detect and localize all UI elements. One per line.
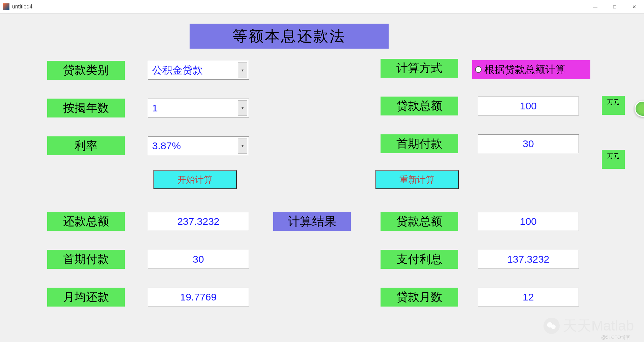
radio-calc-method[interactable]: 根据贷款总额计算 (472, 60, 590, 79)
select-loan-type[interactable]: 公积金贷款 ▾ (148, 61, 249, 80)
select-mortgage-years[interactable]: 1 ▾ (148, 99, 249, 117)
label-loan-total-result: 贷款总额 (381, 212, 458, 231)
window-title: untitled4 (12, 4, 33, 10)
unit-wan-1: 万元 (602, 96, 625, 115)
unit-wan-2: 万元 (602, 150, 625, 169)
label-first-payment-result: 首期付款 (47, 250, 125, 269)
value-repay-total: 237.3232 (148, 212, 249, 231)
label-calc-method: 计算方式 (381, 59, 458, 78)
value-first-payment-result: 30 (148, 250, 249, 269)
page-title: 等额本息还款法 (190, 24, 389, 49)
results-header: 计算结果 (273, 212, 351, 231)
label-mortgage-years: 按揭年数 (47, 99, 125, 117)
titlebar: untitled4 — □ ✕ (0, 0, 644, 14)
chevron-down-icon: ▾ (238, 138, 247, 154)
radio-calc-method-label: 根据贷款总额计算 (484, 63, 565, 77)
figure-canvas: 等额本息还款法 贷款类别 公积金贷款 ▾ 计算方式 根据贷款总额计算 按揭年数 … (0, 14, 644, 342)
select-rate[interactable]: 3.87% ▾ (148, 136, 249, 155)
select-mortgage-years-value: 1 (152, 102, 158, 114)
radio-icon (475, 66, 482, 73)
input-loan-total[interactable]: 100 (478, 97, 579, 115)
maximize-button[interactable]: □ (605, 0, 624, 14)
select-loan-type-value: 公积金贷款 (152, 63, 203, 77)
label-first-payment: 首期付款 (381, 134, 458, 153)
chevron-down-icon: ▾ (238, 100, 247, 116)
label-monthly-avg: 月均还款 (47, 288, 125, 307)
svg-point-1 (551, 324, 556, 329)
start-button[interactable]: 开始计算 (153, 170, 237, 189)
value-loan-total-result: 100 (478, 212, 579, 231)
input-first-payment-value: 30 (523, 138, 534, 150)
side-badge-icon (635, 101, 644, 117)
label-rate: 利率 (47, 136, 125, 155)
small-watermark: @51CTO博客 (601, 335, 631, 341)
input-loan-total-value: 100 (520, 100, 537, 112)
watermark: 天天Matlab (543, 316, 634, 335)
input-first-payment[interactable]: 30 (478, 134, 579, 153)
label-months: 贷款月数 (381, 288, 458, 307)
label-loan-type: 贷款类别 (47, 61, 125, 80)
wechat-icon (543, 318, 560, 334)
reset-button[interactable]: 重新计算 (375, 170, 459, 189)
close-button[interactable]: ✕ (624, 0, 644, 14)
matlab-icon (3, 3, 9, 10)
label-loan-total: 贷款总额 (381, 97, 458, 115)
label-interest: 支付利息 (381, 250, 458, 269)
label-repay-total: 还款总额 (47, 212, 125, 231)
watermark-text: 天天Matlab (563, 316, 634, 335)
value-months: 12 (478, 288, 579, 307)
chevron-down-icon: ▾ (238, 62, 247, 78)
value-monthly-avg: 19.7769 (148, 288, 249, 307)
minimize-button[interactable]: — (585, 0, 605, 14)
value-interest: 137.3232 (478, 250, 579, 269)
select-rate-value: 3.87% (152, 140, 181, 152)
window-controls: — □ ✕ (585, 0, 644, 14)
